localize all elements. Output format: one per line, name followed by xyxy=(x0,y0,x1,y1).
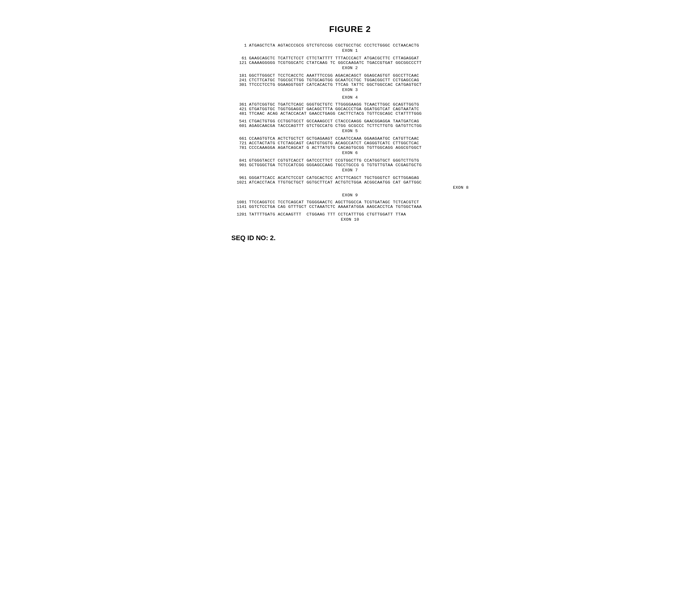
sequence-group-g4: EXON 4361ATGTCGGTGC TGATCTCAGC GGGTGCTGT… xyxy=(231,95,469,116)
sequence-group-g6: 661CCAAGTGTCA ACTCTGCTCT GCTGAGAAGT CCAA… xyxy=(231,136,469,155)
seq-line: 1081TTCCAGGTCC TCCTCAGCAT TGGGGAACTC AGC… xyxy=(231,200,469,205)
sequence-group-g9: EXON 91081TTCCAGGTCC TCCTCAGCAT TGGGGAAC… xyxy=(231,193,469,209)
line-number: 541 xyxy=(231,119,247,124)
exon-label-g6: EXON 6 xyxy=(231,151,469,155)
line-number: 61 xyxy=(231,56,247,61)
exon-label-g2: EXON 2 xyxy=(231,66,469,70)
sequence-text: GGTCTCCTGA CAG GTTTGCT CCTAAATCTC AAAATA… xyxy=(249,205,422,209)
seq-line: 841GTGGGTACCT CGTGTCACCT GATCCCTTCT CCGT… xyxy=(231,158,469,163)
seq-line: 1021ATCACCTACA TTGTGCTGCT GGTGCTTCAT ACT… xyxy=(231,180,469,185)
sequence-text: GTGATGGTGC TGGTGGAGGT GACAGCTTTA GGCACCC… xyxy=(249,107,419,112)
sequence-group-g7: 841GTGGGTACCT CGTGTCACCT GATCCCTTCT CCGT… xyxy=(231,158,469,173)
line-number: 661 xyxy=(231,136,247,141)
line-number: 1 xyxy=(231,43,247,48)
seq-line: 241CTCTTCATGC TGGCGCTTGG TGTGCAGTGG GCAA… xyxy=(231,78,469,82)
line-number: 481 xyxy=(231,112,247,116)
sequence-text: TTCCAGGTCC TCCTCAGCAT TGGGGAACTC AGCTTGG… xyxy=(249,200,419,205)
sequence-text: TTCAAC ACAG ACTACCACAT GAACCTGAGG CACTTC… xyxy=(249,112,422,116)
sequence-group-g5: 541CTGACTGTGG CCTGGTGCCT GCCAAAGCCT CTAC… xyxy=(231,119,469,133)
sequence-text: TTCCCTCCTG GGAAGGTGGT CATCACACTG TTCAG T… xyxy=(249,82,422,87)
line-number: 961 xyxy=(231,176,247,180)
seq-line: 1141GGTCTCCTGA CAG GTTTGCT CCTAAATCTC AA… xyxy=(231,205,469,209)
seq-id-label: SEQ ID NO: 2. xyxy=(231,234,469,242)
seq-line: 361ATGTCGGTGC TGATCTCAGC GGGTGCTGTC TTGG… xyxy=(231,102,469,107)
exon-label-g8: EXON 8 xyxy=(231,185,469,190)
seq-line: 601AGAGCAACGA TACCCAGTTT GTCTGCCATG CTGG… xyxy=(231,124,469,128)
sequence-text: AGAGCAACGA TACCCAGTTT GTCTGCCATG CTGG GC… xyxy=(249,124,422,128)
sequence-group-g3: 181GGCTTGGGCT TCCTCACCTC AAATTTCCGG AGAC… xyxy=(231,73,469,92)
seq-line: 781CCCCAAAGGA AGATCAGCAT G ACTTATGTG CAC… xyxy=(231,145,469,150)
sequence-content: 1ATGAGCTCTA AGTACCCGCG GTCTGTCCGG CGCTGC… xyxy=(231,43,469,222)
seq-line: 901GCTGGGCTGA TCTCCATCGG GGGAGCCAAG TGCC… xyxy=(231,163,469,167)
line-number: 781 xyxy=(231,145,247,150)
sequence-text: ACCTACTATG CTCTAGCAGT CAGTGTGGTG ACAGCCA… xyxy=(249,141,419,145)
seq-line: 961GGGATTCACC ACATCTCCGT CATGCACTCC ATCT… xyxy=(231,176,469,180)
sequence-text: CTCTTCATGC TGGCGCTTGG TGTGCAGTGG GCAATCC… xyxy=(249,78,419,82)
line-number: 901 xyxy=(231,163,247,167)
line-number: 1081 xyxy=(231,200,247,205)
exon-label-g3: EXON 3 xyxy=(231,88,469,92)
line-number: 841 xyxy=(231,158,247,163)
page: FIGURE 2 1ATGAGCTCTA AGTACCCGCG GTCTGTCC… xyxy=(213,12,487,260)
line-number: 181 xyxy=(231,73,247,78)
line-number: 1021 xyxy=(231,180,247,185)
seq-line: 661CCAAGTGTCA ACTCTGCTCT GCTGAGAAGT CCAA… xyxy=(231,136,469,141)
exon-label-g7: EXON 7 xyxy=(231,168,469,173)
sequence-group-g2: 61GAAGCAGCTC TCATTCTCCT CTTCTATTTT TTTAC… xyxy=(231,56,469,70)
sequence-text: TATTTTGATG ACCAAGTTT CTGGAAG TTT CCTCATT… xyxy=(249,212,406,217)
sequence-text: GTGGGTACCT CGTGTCACCT GATCCCTTCT CCGTGGC… xyxy=(249,158,419,163)
line-number: 1201 xyxy=(231,212,247,217)
sequence-text: GAAGCAGCTC TCATTCTCCT CTTCTATTTT TTTACCC… xyxy=(249,56,419,61)
sequence-text: CAAAAGGGGG TCGTGGCATC CTATCAAG TC GGCCAA… xyxy=(249,61,422,65)
seq-line: 721ACCTACTATG CTCTAGCAGT CAGTGTGGTG ACAG… xyxy=(231,141,469,145)
sequence-text: GGCTTGGGCT TCCTCACCTC AAATTTCCGG AGACACA… xyxy=(249,73,419,78)
line-number: 421 xyxy=(231,107,247,112)
exon-label-g9: EXON 9 xyxy=(231,193,469,197)
seq-line: 1ATGAGCTCTA AGTACCCGCG GTCTGTCCGG CGCTGC… xyxy=(231,43,469,48)
exon-label-g10: EXON 10 xyxy=(231,217,469,222)
line-number: 1141 xyxy=(231,205,247,209)
sequence-text: ATGAGCTCTA AGTACCCGCG GTCTGTCCGG CGCTGCC… xyxy=(249,43,419,48)
sequence-text: CCAAGTGTCA ACTCTGCTCT GCTGAGAAGT CCAATCC… xyxy=(249,136,419,141)
line-number: 721 xyxy=(231,141,247,145)
sequence-group-g10: 1201TATTTTGATG ACCAAGTTT CTGGAAG TTT CCT… xyxy=(231,212,469,222)
sequence-text: CTGACTGTGG CCTGGTGCCT GCCAAAGCCT CTACCCA… xyxy=(249,119,419,124)
seq-line: 481TTCAAC ACAG ACTACCACAT GAACCTGAGG CAC… xyxy=(231,112,469,116)
sequence-group-g1: 1ATGAGCTCTA AGTACCCGCG GTCTGTCCGG CGCTGC… xyxy=(231,43,469,53)
line-number: 361 xyxy=(231,102,247,107)
sequence-text: GCTGGGCTGA TCTCCATCGG GGGAGCCAAG TGCCTGC… xyxy=(249,163,422,167)
seq-line: 301TTCCCTCCTG GGAAGGTGGT CATCACACTG TTCA… xyxy=(231,82,469,87)
exon-label-g1: EXON 1 xyxy=(231,48,469,53)
sequence-text: ATGTCGGTGC TGATCTCAGC GGGTGCTGTC TTGGGGA… xyxy=(249,102,419,107)
line-number: 241 xyxy=(231,78,247,82)
line-number: 121 xyxy=(231,61,247,65)
seq-line: 421GTGATGGTGC TGGTGGAGGT GACAGCTTTA GGCA… xyxy=(231,107,469,112)
seq-line: 1201TATTTTGATG ACCAAGTTT CTGGAAG TTT CCT… xyxy=(231,212,469,217)
seq-line: 541CTGACTGTGG CCTGGTGCCT GCCAAAGCCT CTAC… xyxy=(231,119,469,124)
sequence-group-g8: 961GGGATTCACC ACATCTCCGT CATGCACTCC ATCT… xyxy=(231,176,469,190)
figure-title: FIGURE 2 xyxy=(231,24,469,34)
seq-line: 61GAAGCAGCTC TCATTCTCCT CTTCTATTTT TTTAC… xyxy=(231,56,469,61)
seq-line: 121CAAAAGGGGG TCGTGGCATC CTATCAAG TC GGC… xyxy=(231,61,469,65)
sequence-text: ATCACCTACA TTGTGCTGCT GGTGCTTCAT ACTGTCT… xyxy=(249,180,422,185)
sequence-text: CCCCAAAGGA AGATCAGCAT G ACTTATGTG CACAGT… xyxy=(249,145,422,150)
exon-label-g5: EXON 5 xyxy=(231,129,469,133)
line-number: 301 xyxy=(231,82,247,87)
line-number: 601 xyxy=(231,124,247,128)
seq-line: 181GGCTTGGGCT TCCTCACCTC AAATTTCCGG AGAC… xyxy=(231,73,469,78)
sequence-text: GGGATTCACC ACATCTCCGT CATGCACTCC ATCTTCA… xyxy=(249,176,419,180)
exon-label-g4: EXON 4 xyxy=(231,95,469,100)
